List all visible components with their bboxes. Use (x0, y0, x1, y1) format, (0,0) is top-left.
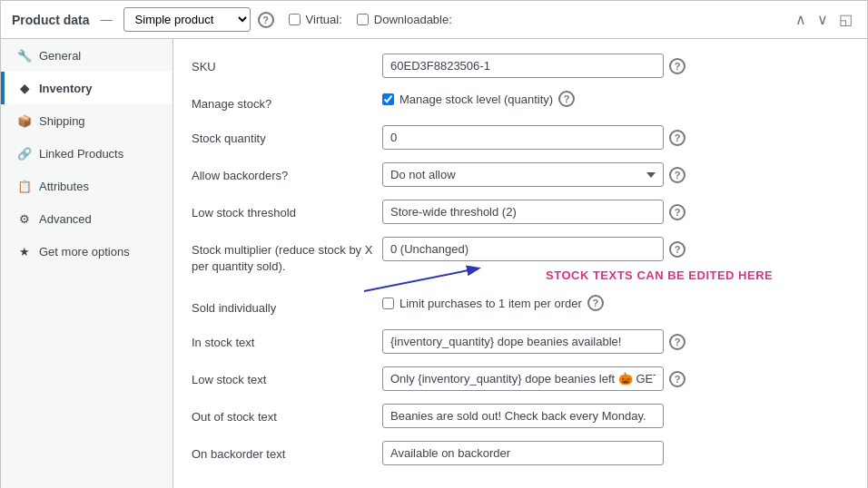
sold-individually-row: Sold individually Limit purchases to 1 i… (192, 295, 849, 317)
allow-backorders-row: Allow backorders? Do not allow ? (192, 162, 849, 187)
allow-backorders-help-icon[interactable]: ? (669, 167, 686, 183)
sidebar-item-shipping-label: Shipping (39, 114, 85, 128)
sidebar: 🔧 General ◆ Inventory 📦 Shipping 🔗 Linke… (1, 39, 173, 488)
on-backorder-text-row: On backorder text (192, 441, 849, 465)
downloadable-label: Downloadable: (374, 13, 452, 26)
sidebar-item-linked-label: Linked Products (39, 147, 123, 161)
sidebar-item-get-more-options[interactable]: ★ Get more options (1, 235, 173, 268)
manage-stock-checkbox-row: Manage stock level (quantity) (382, 93, 553, 106)
sku-field: ? (382, 54, 849, 78)
in-stock-text-input[interactable] (382, 329, 664, 354)
main-content: SKU ? Manage stock? Manage stock level (… (173, 39, 867, 488)
low-stock-threshold-input[interactable] (382, 200, 664, 224)
out-of-stock-text-label: Out of stock text (192, 404, 373, 425)
stock-multiplier-row: Stock multiplier (reduce stock by X per … (192, 237, 849, 282)
low-stock-threshold-label: Low stock threshold (192, 200, 373, 221)
in-stock-text-field: ? (382, 329, 849, 354)
on-backorder-text-label: On backorder text (192, 441, 373, 463)
stock-multiplier-field: ? STOCK TEXTS CAN BE EDITED HER (382, 237, 849, 282)
sku-input[interactable] (382, 54, 664, 78)
out-of-stock-text-row: Out of stock text (192, 404, 849, 428)
allow-backorders-label: Allow backorders? (192, 162, 373, 184)
manage-stock-checkbox-label: Manage stock level (quantity) (399, 93, 553, 106)
stock-quantity-field: ? (382, 125, 849, 150)
header-controls: ∧ ∨ ◱ (792, 9, 856, 30)
collapse-up-button[interactable]: ∧ (792, 9, 810, 30)
sold-individually-help-icon[interactable]: ? (587, 295, 604, 311)
panel-dash: — (101, 13, 113, 26)
manage-stock-help-icon[interactable]: ? (558, 91, 575, 107)
out-of-stock-text-field (382, 404, 849, 428)
product-type-select[interactable]: Simple product (123, 7, 251, 32)
annotation-text: STOCK TEXTS CAN BE EDITED HERE (546, 268, 773, 282)
virtual-label: Virtual: (306, 13, 342, 26)
stock-multiplier-help-icon[interactable]: ? (669, 241, 686, 258)
collapse-down-button[interactable]: ∨ (814, 9, 832, 30)
sidebar-item-attributes[interactable]: 📋 Attributes (1, 170, 173, 202)
downloadable-row: Downloadable: (357, 13, 452, 26)
downloadable-checkbox[interactable] (357, 14, 369, 25)
manage-stock-row: Manage stock? Manage stock level (quanti… (192, 91, 849, 112)
low-stock-threshold-row: Low stock threshold ? (192, 200, 849, 224)
allow-backorders-select[interactable]: Do not allow (382, 162, 664, 187)
stock-quantity-input[interactable] (382, 125, 664, 150)
low-stock-text-row: Low stock text ? (192, 366, 849, 391)
annotation-arrow (337, 259, 518, 300)
manage-stock-checkbox[interactable] (382, 93, 394, 105)
annotation-container: STOCK TEXTS CAN BE EDITED HERE (382, 268, 773, 282)
advanced-icon: ⚙ (17, 211, 32, 226)
manage-stock-label: Manage stock? (192, 91, 373, 112)
shipping-icon: 📦 (17, 113, 32, 128)
virtual-checkbox[interactable] (289, 14, 301, 25)
low-stock-text-field: ? (382, 366, 849, 391)
linked-products-icon: 🔗 (17, 146, 32, 161)
sidebar-item-linked-products[interactable]: 🔗 Linked Products (1, 137, 173, 170)
sidebar-item-get-more-label: Get more options (39, 245, 130, 259)
low-stock-text-input[interactable] (382, 366, 664, 391)
low-stock-text-help-icon[interactable]: ? (669, 371, 686, 387)
sku-help-icon[interactable]: ? (669, 58, 686, 74)
allow-backorders-field: Do not allow ? (382, 162, 849, 187)
panel-title: Product data (12, 13, 90, 27)
panel-body: 🔧 General ◆ Inventory 📦 Shipping 🔗 Linke… (1, 39, 867, 488)
sidebar-item-advanced[interactable]: ⚙ Advanced (1, 202, 173, 235)
product-panel: Product data — Simple product ? Virtual:… (0, 0, 868, 488)
manage-stock-field: Manage stock level (quantity) ? (382, 91, 849, 107)
sidebar-item-general-label: General (39, 49, 81, 63)
virtual-row: Virtual: (289, 13, 342, 26)
sku-label: SKU (192, 54, 373, 75)
stock-quantity-help-icon[interactable]: ? (669, 130, 686, 146)
sidebar-item-inventory[interactable]: ◆ Inventory (1, 72, 173, 104)
low-stock-threshold-help-icon[interactable]: ? (669, 204, 686, 220)
panel-header: Product data — Simple product ? Virtual:… (1, 1, 867, 39)
inventory-icon: ◆ (17, 81, 32, 95)
stock-multiplier-input[interactable] (382, 237, 664, 261)
sidebar-item-advanced-label: Advanced (39, 212, 92, 226)
on-backorder-text-input[interactable] (382, 441, 664, 465)
on-backorder-text-field (382, 441, 849, 465)
get-more-options-icon: ★ (17, 244, 32, 259)
sku-row: SKU ? (192, 54, 849, 78)
sidebar-item-inventory-label: Inventory (39, 82, 93, 95)
in-stock-text-row: In stock text ? (192, 329, 849, 354)
low-stock-text-label: Low stock text (192, 366, 373, 388)
attributes-icon: 📋 (17, 179, 32, 193)
low-stock-threshold-field: ? (382, 200, 849, 224)
in-stock-text-help-icon[interactable]: ? (669, 334, 686, 350)
out-of-stock-text-input[interactable] (382, 404, 664, 428)
product-type-help-icon[interactable]: ? (258, 12, 274, 28)
stock-quantity-row: Stock quantity ? (192, 125, 849, 150)
expand-button[interactable]: ◱ (835, 9, 856, 30)
stock-quantity-label: Stock quantity (192, 125, 373, 147)
sidebar-item-general[interactable]: 🔧 General (1, 39, 173, 72)
sidebar-item-attributes-label: Attributes (39, 180, 89, 193)
sidebar-item-shipping[interactable]: 📦 Shipping (1, 104, 173, 137)
in-stock-text-label: In stock text (192, 329, 373, 351)
general-icon: 🔧 (17, 48, 32, 63)
